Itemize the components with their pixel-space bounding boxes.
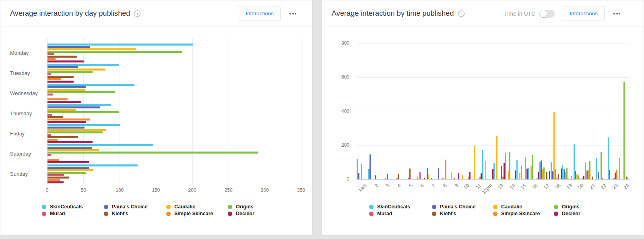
axis-tick-label: 0	[332, 176, 349, 182]
legend-swatch-icon	[432, 212, 436, 216]
bar-skinceuticals	[47, 144, 153, 146]
legend-swatch-icon	[166, 212, 171, 216]
legend-label: Decléor	[562, 211, 580, 216]
bar-simple-skincare	[47, 179, 60, 181]
legend-label: Caudalie	[501, 204, 522, 210]
legend-item-murad[interactable]: Murad	[369, 210, 392, 217]
category-label-sunday: Sunday	[10, 171, 42, 177]
bar-skinceuticals	[368, 169, 369, 179]
axis-tick-label: 400	[332, 108, 349, 114]
bar-origins	[623, 82, 625, 179]
bar-murad	[442, 178, 444, 179]
legend-item-decl-or[interactable]: Decléor	[554, 210, 580, 217]
bar-kiehl-s	[592, 177, 593, 179]
bar-origins	[47, 131, 103, 133]
more-options-icon[interactable]	[289, 11, 297, 16]
bar-origins	[47, 51, 182, 53]
legend-item-simple-skincare[interactable]: Simple Skincare	[166, 210, 213, 217]
bar-caudalie	[47, 129, 106, 131]
bar-origins	[521, 166, 522, 179]
bar-paula-s-choice	[427, 168, 428, 179]
bar-kiehl-s	[47, 116, 63, 118]
legend-swatch-icon	[104, 212, 108, 216]
axis-tick-label: 250	[221, 187, 237, 193]
legend-swatch-icon	[554, 205, 558, 209]
bar-decl-or	[549, 171, 550, 179]
bar-simple-skincare	[47, 159, 59, 161]
bar-decl-or	[515, 170, 516, 179]
bar-paula-s-choice	[575, 171, 576, 179]
legend-item-murad[interactable]: Murad	[42, 210, 65, 217]
legend-swatch-icon	[369, 205, 374, 209]
bar-decl-or	[492, 169, 493, 179]
bar-decl-or	[504, 163, 505, 179]
bar-caudalie	[576, 174, 578, 179]
axis-tick-label: 100	[111, 187, 128, 193]
panel-time-published: Average interaction by time published i …	[322, 0, 644, 236]
bar-murad	[613, 178, 615, 179]
legend-item-simple-skincare[interactable]: Simple Skincare	[493, 210, 540, 217]
gridline	[357, 77, 630, 78]
bar-decl-or	[424, 178, 425, 179]
time-published-chart: 02004006008001am23456789101112pm13141516…	[322, 27, 644, 236]
gridline	[357, 112, 630, 112]
bar-paula-s-choice	[541, 160, 542, 179]
legend-item-kiehl-s[interactable]: Kiehl's	[104, 210, 128, 217]
bar-murad	[419, 172, 421, 179]
legend-swatch-icon	[104, 205, 108, 209]
bar-decl-or	[538, 172, 539, 179]
bar-origins	[543, 167, 545, 179]
axis-tick-label: 800	[332, 40, 349, 46]
info-icon[interactable]: i	[458, 10, 464, 17]
bar-murad	[47, 94, 53, 96]
legend-swatch-icon	[42, 205, 46, 209]
gridline	[229, 38, 229, 184]
panel-day-published: Average interaction by day published i I…	[0, 0, 313, 236]
interactions-button[interactable]: Interactions	[239, 6, 281, 21]
bar-decl-or	[458, 173, 459, 179]
bar-murad	[579, 179, 580, 179]
legend-item-origins[interactable]: Origins	[554, 204, 580, 210]
bar-caudalie	[508, 171, 509, 179]
bar-skinceuticals	[596, 158, 597, 179]
bar-origins	[589, 161, 590, 179]
legend-item-caudalie[interactable]: Caudalie	[493, 204, 522, 210]
legend-item-skinceuticals[interactable]: SkinCeuticals	[369, 204, 410, 210]
gridline	[357, 44, 630, 44]
bar-murad	[454, 178, 455, 179]
bar-decl-or	[47, 181, 64, 183]
bar-murad	[47, 134, 51, 136]
bar-caudalie	[47, 69, 105, 71]
bar-skinceuticals	[562, 165, 563, 179]
legend-item-origins[interactable]: Origins	[228, 204, 254, 210]
bar-skinceuticals	[528, 168, 529, 179]
legend-item-kiehl-s[interactable]: Kiehl's	[432, 210, 456, 217]
bar-simple-skincare	[502, 177, 504, 179]
bar-paula-s-choice	[438, 168, 439, 179]
bar-paula-s-choice	[609, 170, 610, 179]
bar-decl-or	[469, 172, 471, 179]
bar-murad	[47, 154, 51, 156]
legend-item-caudalie[interactable]: Caudalie	[166, 204, 195, 210]
utc-toggle-label: Time in UTC	[504, 10, 535, 17]
utc-toggle[interactable]	[539, 10, 555, 18]
legend-item-skinceuticals[interactable]: SkinCeuticals	[42, 204, 83, 210]
bar-kiehl-s	[501, 166, 502, 179]
bar-simple-skincare	[514, 179, 515, 179]
more-options-icon[interactable]	[613, 11, 621, 16]
interactions-button[interactable]: Interactions	[563, 6, 605, 21]
bar-decl-or	[47, 141, 93, 143]
legend-item-paula-s-choice[interactable]: Paula's Choice	[432, 204, 475, 210]
bar-caudalie	[496, 136, 497, 179]
category-label-saturday: Saturday	[10, 151, 42, 157]
bar-paula-s-choice	[47, 46, 90, 48]
bar-murad	[568, 179, 569, 179]
bar-simple-skincare	[616, 170, 617, 179]
bar-murad	[47, 53, 54, 55]
bar-origins	[361, 164, 362, 179]
bar-murad	[47, 174, 64, 176]
legend-item-paula-s-choice[interactable]: Paula's Choice	[104, 204, 147, 210]
info-icon[interactable]: i	[134, 10, 140, 17]
legend-item-decl-or[interactable]: Decléor	[228, 210, 254, 217]
header-actions: Time in UTC Interactions	[504, 6, 621, 21]
